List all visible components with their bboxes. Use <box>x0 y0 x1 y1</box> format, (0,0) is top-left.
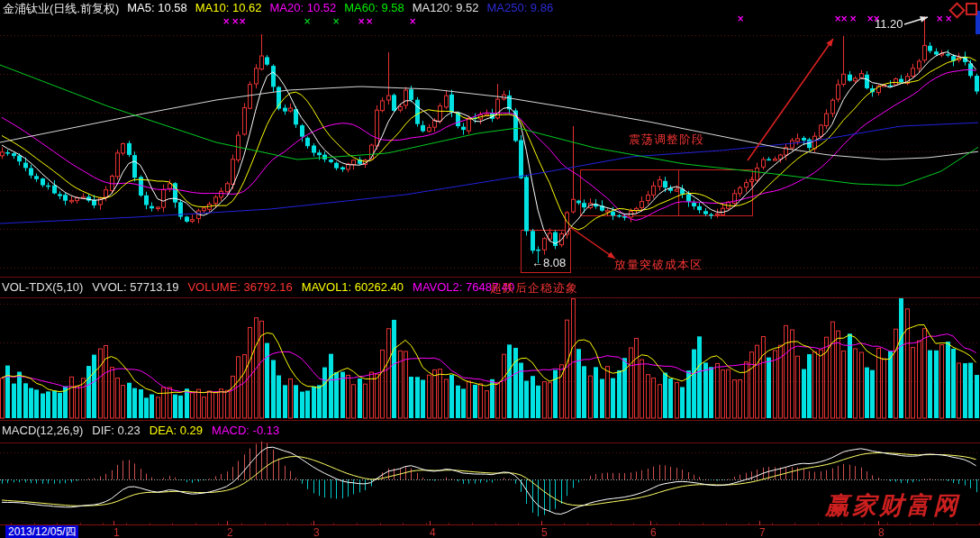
dif-readout: DIF: 0.23 <box>92 424 140 437</box>
stock-chart-app: 金浦钛业(日线.前复权) MA5: 10.58 MA10: 10.62 MA20… <box>0 0 980 538</box>
mavol1-readout: MAVOL1: 60262.40 <box>302 280 404 294</box>
stock-title: 金浦钛业(日线.前复权) <box>3 1 119 17</box>
volume-readout: VOLUME: 36792.16 <box>187 280 292 294</box>
volume-indicator-header: VOL-TDX(5,10) VVOL: 57713.19 VOLUME: 367… <box>2 280 514 294</box>
low-price-label: ←8.08 <box>531 256 566 269</box>
vvol-readout: VVOL: 57713.19 <box>92 280 178 294</box>
month-label: 1 <box>113 526 120 538</box>
month-label: 6 <box>650 526 657 538</box>
ma120-readout: MA120: 9.52 <box>413 1 479 17</box>
month-label: 2 <box>227 526 233 538</box>
main-indicator-header: 金浦钛业(日线.前复权) MA5: 10.58 MA10: 10.62 MA20… <box>3 1 553 17</box>
watermark: 赢家财富网 <box>825 489 960 522</box>
ma250-readout: MA250: 9.86 <box>486 1 553 17</box>
ma10-readout: MA10: 10.62 <box>195 1 262 17</box>
annotation-stabilize-sign: 超跌后企稳迹象 <box>490 280 578 296</box>
macd-indicator-header: MACD(12,26,9) DIF: 0.23 DEA: 0.29 MACD: … <box>2 424 279 437</box>
ma60-readout: MA60: 9.58 <box>344 1 404 17</box>
annotation-consolidation-stage: 震荡调整阶段 <box>629 132 704 148</box>
ma5-readout: MA5: 10.58 <box>127 1 187 17</box>
dea-readout: DEA: 0.29 <box>150 424 203 437</box>
macd-indicator-name: MACD(12,26,9) <box>2 424 83 437</box>
month-label: 3 <box>313 526 320 538</box>
vol-indicator-name: VOL-TDX(5,10) <box>2 280 83 294</box>
high-price-label: 11.20 <box>875 17 903 31</box>
date-label: 2013/12/05/四 <box>5 525 78 538</box>
chart-canvas[interactable] <box>0 0 980 538</box>
macd-readout: MACD: -0.13 <box>212 424 279 437</box>
month-label: 8 <box>878 526 885 538</box>
annotation-volume-breakout: 放量突破成本区 <box>614 257 703 273</box>
month-label: 7 <box>759 526 766 538</box>
month-label: 4 <box>430 526 436 538</box>
ma20-readout: MA20: 10.52 <box>270 1 337 17</box>
month-label: 5 <box>541 526 548 538</box>
square-drawing-icon[interactable] <box>966 3 977 15</box>
